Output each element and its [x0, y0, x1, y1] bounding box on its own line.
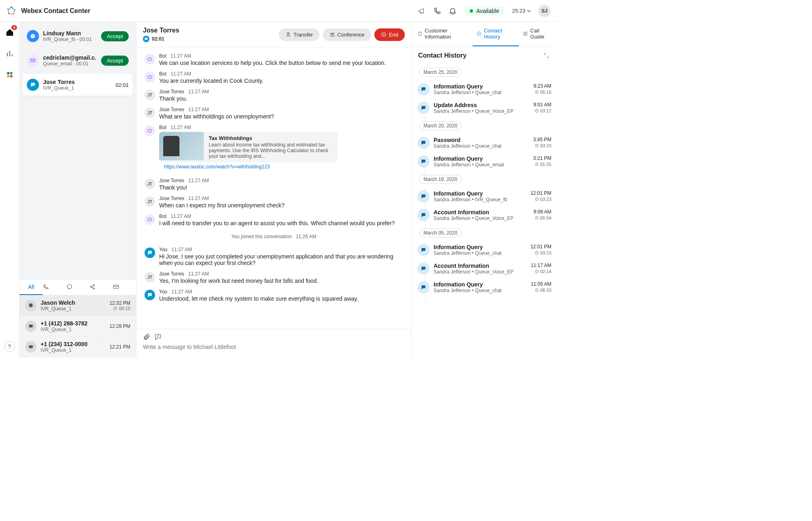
history-item[interactable]: Information Query Sandra Jefferson • Que… [417, 241, 551, 260]
sender-avatar: JT [145, 90, 155, 100]
tab-call-guide[interactable]: Call Guide [519, 22, 555, 46]
message-body: We can use location services to help you… [159, 60, 403, 66]
history-item-title: Information Query [434, 244, 527, 250]
history-item-duration: 06:33 [531, 288, 551, 293]
task-meta: IVR_Queue_fb - 00:01 [43, 37, 97, 42]
history-item[interactable]: Update Address Sandra Jefferson • Queue_… [417, 99, 551, 118]
message-time: 11:27 AM [171, 53, 191, 59]
chat-bubble-icon [417, 83, 430, 95]
message: JT Jose Torres11:27 AM Thank you. [145, 89, 403, 102]
status-pill[interactable]: Available [464, 6, 505, 16]
history-item[interactable]: Information Query Sandra Jefferson • IVR… [417, 188, 551, 207]
recent-item[interactable]: Jason Welch IVR_Queue_1 12:32 PM 00:10 [19, 295, 136, 316]
sender-name: Bot [159, 213, 166, 219]
task-card[interactable]: Jose Torres IVR_Queue_1 02:01 [23, 74, 133, 96]
history-item[interactable]: Password Sandra Jefferson • Queue_chat 3… [417, 134, 551, 153]
message-body: Thank you! [159, 184, 403, 191]
rich-card[interactable]: Tax Withholdings Learn about income tax … [159, 132, 338, 162]
recent-name: +1 (412) 288-3782 [41, 320, 106, 327]
task-meta: IVR_Queue_1 [43, 85, 111, 91]
sender-avatar: JT [145, 272, 155, 282]
sender-name: Jose Torres [159, 178, 184, 183]
help-icon: ? [8, 343, 11, 350]
bell-icon[interactable] [449, 7, 457, 15]
tab-customer-info[interactable]: Customer Information [413, 22, 473, 46]
recent-time: 12:28 PM [110, 323, 130, 329]
recent-tab-email[interactable] [113, 280, 136, 295]
message: Bot11:27 AM Tax Withholdings Learn about… [145, 125, 403, 173]
history-item[interactable]: Information Query Sandra Jefferson • Que… [417, 153, 551, 172]
sender-name: Jose Torres [159, 89, 184, 95]
recent-time: 12:32 PM [110, 300, 130, 306]
svg-point-8 [7, 75, 9, 78]
status-label: Available [476, 8, 499, 14]
message-body: Understood, let me check my system to ma… [159, 295, 403, 302]
tab-contact-history[interactable]: Contact History [473, 22, 519, 46]
history-item-title: Account Information [434, 263, 527, 269]
history-item[interactable]: Information Query Sandra Jefferson • Que… [417, 81, 551, 99]
clock-icon [113, 306, 117, 310]
message-time: 11:27 AM [188, 271, 209, 277]
nav-home[interactable]: 2 [4, 27, 15, 38]
canned-response-icon[interactable] [154, 333, 162, 340]
message: JT Jose Torres11:27 AM Thank you! [145, 178, 403, 191]
sender-avatar: JT [145, 179, 155, 189]
sender-name: Bot [159, 53, 166, 59]
recent-item[interactable]: +1 (412) 288-3782 IVR_Queue_1 12:28 PM [19, 316, 136, 337]
svg-point-16 [29, 304, 32, 307]
message-time: 11:27 AM [188, 89, 209, 95]
message-time: 11:27 AM [171, 289, 192, 295]
history-item[interactable]: Account Information Sandra Jefferson • Q… [417, 207, 551, 225]
task-card[interactable]: cedriclam@gmail.c. Queue_email - 00:01 A… [23, 50, 133, 71]
status-dot-icon [470, 9, 473, 13]
nav-webex[interactable] [4, 69, 15, 80]
recent-item[interactable]: +1 (234) 312-0000 IVR_Queue_1 12:21 PM [19, 337, 136, 357]
svg-rect-24 [148, 58, 151, 60]
recent-tab-calls[interactable] [43, 280, 66, 295]
history-item-title: Information Query [434, 155, 529, 162]
announcement-icon[interactable] [418, 7, 426, 15]
sender-name: Jose Torres [159, 107, 184, 112]
attachment-icon[interactable] [143, 333, 150, 340]
end-button[interactable]: End [374, 28, 405, 41]
svg-point-20 [287, 32, 289, 34]
history-item-title: Update Address [434, 102, 529, 108]
history-item[interactable]: Account Information Sandra Jefferson • Q… [417, 260, 551, 279]
recent-tab-social[interactable] [89, 280, 112, 295]
message-body: When can I expect my first unemployment … [159, 202, 403, 209]
transfer-button[interactable]: Transfer [279, 28, 320, 41]
phone-icon[interactable] [433, 7, 441, 15]
chat-bubble-icon [417, 209, 430, 221]
history-item[interactable]: Information Query Sandra Jefferson • Que… [417, 279, 551, 297]
task-name: Lindsay Mann [43, 30, 97, 37]
svg-rect-27 [148, 218, 151, 221]
sender-avatar [145, 54, 155, 65]
history-item-meta: Sandra Jefferson • Queue_chat [434, 250, 527, 256]
chat-bubble-icon [417, 155, 430, 168]
message-input[interactable] [143, 344, 405, 350]
chat-bubble-icon [143, 36, 149, 42]
accept-button[interactable]: Accept [101, 31, 129, 41]
sender-avatar: JT [145, 108, 155, 118]
history-item-meta: Sandra Jefferson • IVR_Queue_fb [434, 197, 527, 202]
svg-point-21 [330, 33, 332, 35]
history-item-time: 3:21 PM [533, 155, 551, 161]
history-item-duration: 05:15 [533, 90, 551, 95]
nav-help[interactable]: ? [4, 341, 15, 352]
recent-tab-chat[interactable] [66, 280, 89, 295]
task-card[interactable]: Lindsay Mann IVR_Queue_fb - 00:01 Accept [23, 25, 133, 47]
user-avatar[interactable]: SJ [538, 5, 551, 17]
recent-tab-all[interactable]: All [19, 280, 43, 295]
conference-button[interactable]: Conference [323, 28, 371, 41]
people-icon [329, 32, 335, 37]
accept-button[interactable]: Accept [101, 56, 129, 66]
sender-avatar [145, 290, 155, 300]
expand-icon[interactable] [542, 52, 551, 60]
message-body: You are currently located in Cook County… [159, 78, 403, 84]
history-item-meta: Sandra Jefferson • Queue_Voice_EP [434, 108, 529, 114]
history-title: Contact History [418, 52, 466, 59]
card-link[interactable]: https://www.taxdoc.com/watch?v=withholdi… [159, 162, 403, 173]
session-timer[interactable]: 25:23 [512, 8, 531, 14]
nav-analytics[interactable] [4, 48, 15, 59]
recent-meta: IVR_Queue_1 [41, 347, 106, 353]
